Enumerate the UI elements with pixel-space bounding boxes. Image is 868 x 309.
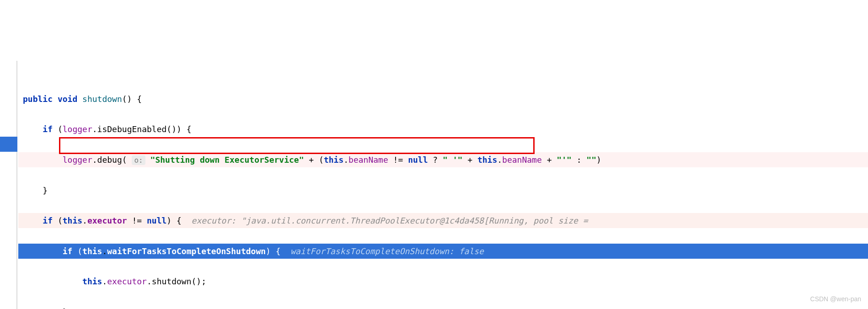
operator: + ( — [304, 155, 324, 165]
dot: . — [497, 155, 502, 165]
brace: { — [182, 124, 192, 134]
field-ref: executor — [107, 277, 147, 286]
parens: () — [122, 94, 132, 104]
paren: ) — [177, 124, 182, 134]
debug-hint: waitForTasksToCompleteOnShutdown: false — [281, 246, 484, 256]
editor-gutter — [0, 61, 17, 309]
parens: () — [166, 124, 177, 134]
param-hint: o: — [132, 155, 145, 165]
string-literal: "Shutting down ExecutorService" — [150, 155, 304, 165]
method-call: isDebugEnabled — [97, 124, 167, 134]
operator: != — [127, 216, 147, 225]
keyword-this: this — [477, 155, 497, 165]
code-line[interactable]: this.executor.shutdown(); — [18, 274, 868, 289]
dot: . — [343, 155, 348, 165]
keyword-this: this — [82, 246, 102, 256]
keyword-this: this — [63, 216, 82, 225]
operator: : — [572, 155, 587, 165]
field-ref: waitForTasksToCompleteOnShutdown — [107, 246, 266, 256]
brace: } — [63, 307, 68, 309]
code-line[interactable]: logger.debug( o: "Shutting down Executor… — [18, 152, 868, 167]
parens: (); — [192, 277, 207, 286]
paren: ( — [53, 216, 63, 225]
method-name: shutdown — [82, 94, 122, 104]
debug-hint: executor: "java.util.concurrent.ThreadPo… — [182, 216, 593, 225]
paren: ( — [53, 124, 63, 134]
keyword-void: void — [58, 94, 77, 104]
brace: { — [171, 216, 182, 225]
watermark: CSDN @wen-pan — [810, 293, 861, 305]
operator: + — [542, 155, 557, 165]
dot: . — [147, 277, 152, 286]
paren: ( — [122, 155, 127, 165]
field-ref: beanName — [348, 155, 388, 165]
keyword-null: null — [408, 155, 428, 165]
keyword-this: this — [324, 155, 343, 165]
paren: ) — [166, 216, 171, 225]
code-line[interactable]: } — [18, 183, 868, 198]
operator: ? — [428, 155, 443, 165]
dot: . — [102, 277, 107, 286]
code-line-current[interactable]: if (this.waitForTasksToCompleteOnShutdow… — [18, 244, 868, 259]
field-ref: logger — [63, 155, 92, 165]
code-line[interactable]: if (this.executor != null) { executor: "… — [18, 213, 868, 228]
dot: . — [82, 216, 87, 225]
string-literal: "'" — [557, 155, 572, 165]
paren: ) — [596, 155, 601, 165]
keyword-if: if — [43, 124, 53, 134]
keyword-this: this — [82, 277, 102, 286]
paren: ( — [72, 246, 82, 256]
code-line[interactable]: } — [18, 304, 868, 309]
string-literal: "" — [586, 155, 596, 165]
dot: . — [102, 246, 107, 256]
code-line[interactable]: public void shutdown() { — [18, 91, 868, 107]
code-editor[interactable]: public void shutdown() { if (logger.isDe… — [0, 61, 868, 309]
dot: . — [92, 124, 97, 134]
operator: + — [462, 155, 477, 165]
brace: } — [43, 186, 48, 195]
method-call: debug — [97, 155, 122, 165]
dot: . — [92, 155, 97, 165]
paren: ) — [266, 246, 271, 256]
field-ref: logger — [63, 124, 92, 134]
field-ref: beanName — [502, 155, 542, 165]
gutter-highlight — [0, 137, 17, 152]
annotation-red-box — [59, 137, 535, 154]
method-call: shutdown — [152, 277, 192, 286]
keyword-if: if — [63, 246, 73, 256]
brace: { — [132, 94, 142, 104]
keyword-public: public — [23, 94, 53, 104]
keyword-if: if — [43, 216, 53, 225]
keyword-null: null — [147, 216, 166, 225]
code-line[interactable]: if (logger.isDebugEnabled()) { — [18, 122, 868, 137]
string-literal: " '" — [443, 155, 462, 165]
field-ref: executor — [87, 216, 127, 225]
operator: != — [388, 155, 408, 165]
brace: { — [271, 246, 281, 256]
